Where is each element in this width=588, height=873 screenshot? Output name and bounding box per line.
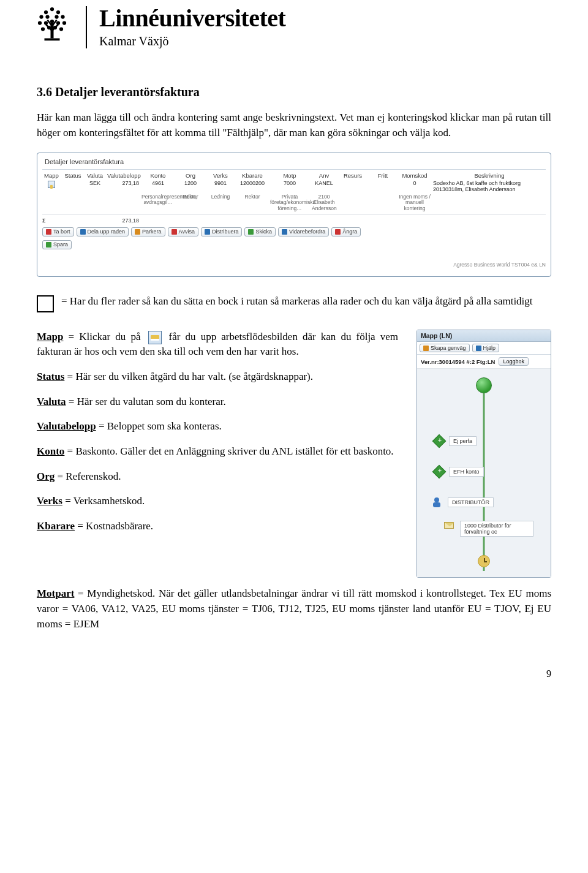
- svg-point-15: [59, 27, 63, 31]
- workflow-box-1000: 1000 Distributör för förvaltning oc: [460, 521, 533, 537]
- cell-valuta: SEK: [85, 180, 105, 187]
- hjalp-button[interactable]: Hjälp: [472, 344, 500, 353]
- workflow-panel: Mapp (LN) Skapa genväg Hjälp Ver.nr:3001…: [417, 330, 551, 578]
- spara-button[interactable]: Spara: [42, 240, 72, 249]
- checkbox-icon: [37, 295, 54, 312]
- skicka-button[interactable]: Skicka: [244, 227, 276, 236]
- loggbok-button[interactable]: Loggbok: [499, 357, 529, 366]
- cell-konto[interactable]: 4961: [141, 180, 175, 187]
- cell-org[interactable]: 1200: [177, 180, 204, 187]
- sub-verks: Ledning: [206, 194, 235, 200]
- col-org: Org: [177, 171, 204, 180]
- campus-subtitle: Kalmar Växjö: [99, 34, 285, 48]
- dela-upp-raden-button[interactable]: Dela upp raden: [77, 227, 129, 236]
- col-beskrivning: Beskrivning: [433, 171, 546, 180]
- cell-valutabelopp[interactable]: 273,18: [107, 180, 139, 187]
- distribuera-button[interactable]: Distribuera: [201, 227, 243, 236]
- wordmark-block: Linnéuniversitetet Kalmar Växjö: [86, 6, 285, 48]
- col-konto: Konto: [141, 171, 175, 180]
- workflow-ver-nr: Ver.nr:30014594 #:2 Ftg:LN: [421, 358, 495, 365]
- grid-desc-row: Personalrepresentation, avdragsgil… Rekt…: [42, 194, 546, 212]
- workflow-1000-node: 1000 Distributör för förvaltning oc: [460, 521, 533, 537]
- workflow-box-distributor: DISTRIBUTÖR: [448, 497, 494, 507]
- cell-verks[interactable]: 9901: [206, 180, 235, 187]
- sum-valutabelopp: 273,18: [107, 217, 139, 224]
- svg-rect-19: [433, 502, 440, 507]
- circle-icon: [476, 377, 492, 393]
- angra-button[interactable]: Ångra: [331, 227, 361, 236]
- definitions-column: Mapp = Klickar du på får du upp arbetsfl…: [37, 330, 398, 544]
- svg-point-4: [45, 15, 49, 18]
- sub-momskod: Ingen moms / manuell kontering: [399, 194, 431, 212]
- def-konto: Konto = Baskonto. Gäller det en Anläggni…: [37, 444, 398, 459]
- def-mapp: Mapp = Klickar du på får du upp arbetsfl…: [37, 330, 398, 360]
- section-intro: Här kan man lägga till och ändra konteri…: [37, 110, 551, 140]
- panel-footer-text: Agresso Business World TST004 e& LN: [42, 262, 546, 268]
- cell-kbarare[interactable]: 12000200: [237, 180, 268, 187]
- col-verks: Verks: [206, 171, 235, 180]
- university-name: Linnéuniversitetet: [99, 6, 285, 31]
- col-status: Status: [63, 171, 83, 180]
- col-kbarare: Kbarare: [237, 171, 268, 180]
- workflow-canvas: Ej perfa EFH konto DISTRIBUTÖR 1000 Dist…: [417, 369, 551, 577]
- sub-konto: Personalrepresentation, avdragsgil…: [141, 194, 175, 206]
- col-anv: Anv: [312, 171, 336, 180]
- skapa-genvag-button[interactable]: Skapa genväg: [420, 344, 470, 353]
- svg-point-9: [50, 20, 54, 23]
- person-icon: [431, 496, 443, 508]
- workflow-title: Mapp (LN): [417, 330, 551, 342]
- plus-diamond-icon: [432, 434, 447, 448]
- cell-resurs[interactable]: [339, 180, 367, 181]
- panel-toolbar: Ta bort Dela upp raden Parkera Avvisa Di…: [42, 227, 546, 236]
- def-org: Org = Referenskod.: [37, 469, 398, 485]
- cell-mapp[interactable]: [42, 180, 61, 189]
- cell-fritt[interactable]: [369, 180, 396, 181]
- cell-beskrivning[interactable]: Sodexho AB, 6st kaffe och fruktkorg 2013…: [433, 180, 546, 194]
- sigma-icon: Σ: [42, 217, 61, 224]
- svg-rect-17: [45, 39, 60, 41]
- workflow-toolbar: Skapa genväg Hjälp: [417, 342, 551, 355]
- sub-anv: 2100 Elisabeth Andersson: [312, 194, 336, 212]
- svg-point-12: [41, 27, 45, 31]
- workflow-meta: Ver.nr:30014594 #:2 Ftg:LN Loggbok: [417, 355, 551, 369]
- def-valuta: Valuta = Här ser du valutan som du konte…: [37, 395, 398, 410]
- folder-icon: [148, 331, 162, 344]
- header: Linnéuniversitetet Kalmar Växjö: [37, 0, 551, 61]
- cell-status[interactable]: [63, 180, 83, 181]
- workflow-ej-perfa-node: Ej perfa: [434, 436, 477, 446]
- vidarebefordra-button[interactable]: Vidarebefordra: [278, 227, 329, 236]
- avvisa-button[interactable]: Avvisa: [168, 227, 198, 236]
- svg-point-7: [38, 21, 42, 25]
- col-mapp: Mapp: [42, 171, 61, 180]
- cell-anv[interactable]: KANEL: [312, 180, 336, 187]
- grid-sum-row: Σ 273,18: [42, 214, 546, 224]
- detaljer-panel: Detaljer leverantörsfaktura Mapp Status …: [37, 153, 551, 276]
- plus-diamond-icon: [432, 465, 447, 479]
- def-motpart: Motpart = Myndighetskod. När det gäller …: [37, 586, 551, 632]
- col-fritt: Fritt: [369, 171, 396, 180]
- def-status: Status = Här ser du vilken åtgärd du har…: [37, 369, 398, 385]
- grid-data-row[interactable]: SEK 273,18 4961 1200 9901 12000200 7000 …: [42, 180, 546, 194]
- clock-icon: [478, 555, 490, 567]
- envelope-icon: [444, 522, 454, 529]
- section-heading: 3.6 Detaljer leverantörsfaktura: [37, 85, 551, 99]
- sub-motp: Privata företag/ekonomiska förening…: [270, 194, 309, 212]
- col-resurs: Resurs: [339, 171, 367, 180]
- workflow-start-node: [476, 377, 492, 393]
- svg-point-3: [39, 15, 43, 18]
- university-tree-logo: [37, 6, 67, 43]
- svg-point-1: [44, 10, 48, 14]
- col-momskod: Momskod: [399, 171, 431, 180]
- workflow-clock-node: [478, 555, 490, 567]
- cell-motp[interactable]: 7000: [270, 180, 309, 187]
- def-verks: Verks = Verksamhetskod.: [37, 494, 398, 509]
- cell-momskod[interactable]: 0: [399, 180, 431, 187]
- legend-row: = Har du fler rader så kan du sätta en b…: [37, 294, 551, 312]
- page-number: 9: [37, 668, 551, 679]
- legend-text: = Har du fler rader så kan du sätta en b…: [61, 294, 533, 309]
- parkera-button[interactable]: Parkera: [131, 227, 165, 236]
- panel-title: Detaljer leverantörsfaktura: [42, 157, 546, 170]
- workflow-distributor-node: DISTRIBUTÖR: [431, 496, 494, 508]
- ta-bort-button[interactable]: Ta bort: [42, 227, 74, 236]
- workflow-efh-node: EFH konto: [434, 467, 484, 477]
